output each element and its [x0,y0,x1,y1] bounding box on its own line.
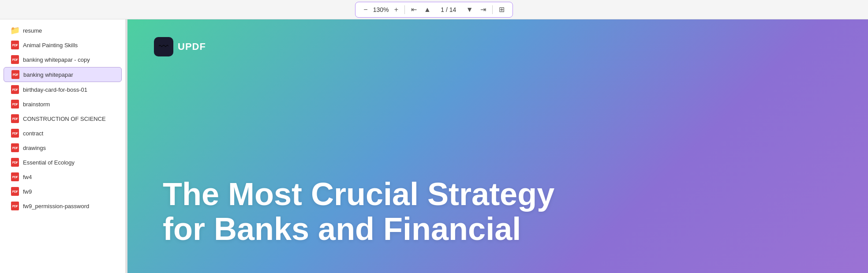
sidebar-item-ecology[interactable]: PDFEssential of Ecology [4,155,122,169]
sidebar-item-fw9[interactable]: PDFfw9 [4,184,122,198]
updf-logo-icon: 〰 [154,37,173,56]
zoom-value: 130% [372,6,390,13]
first-page-button[interactable]: ⇤ [408,4,419,15]
sidebar-item-label: fw9_permission-password [23,203,89,209]
zoom-in-button[interactable]: + [392,5,401,15]
pdf-icon: PDF [11,187,19,196]
folder-icon: 📁 [11,26,19,35]
pdf-icon: PDF [11,100,19,108]
pdf-icon: PDF [11,70,20,79]
pdf-title-line1: The Most Crucial Strategy [163,177,560,212]
pdf-icon: PDF [11,114,19,123]
sidebar-item-label: banking whitepapar [23,71,73,78]
next-page-button[interactable]: ▼ [464,5,476,15]
pdf-icon: PDF [11,129,19,138]
sidebar-item-banking[interactable]: PDFbanking whitepapar [4,67,122,82]
sidebar-item-fw9-permission[interactable]: PDFfw9_permission-password [4,199,122,213]
sidebar-item-brainstorm[interactable]: PDFbrainstorm [4,97,122,111]
toolbar-divider-2 [492,5,493,14]
main-area: 📁resumePDFAnimal Painting SkillsPDFbanki… [0,19,868,273]
sidebar-item-animal-painting[interactable]: PDFAnimal Painting Skills [4,38,122,52]
sidebar-item-label: resume [23,27,42,34]
sidebar-item-label: CONSTRUCTION OF SCIENCE [23,116,106,122]
pdf-icon: PDF [11,202,19,210]
sidebar-item-drawings[interactable]: PDFdrawings [4,141,122,155]
sidebar-item-fw4[interactable]: PDFfw4 [4,170,122,184]
pdf-page: 〰 UPDF The Most Crucial Strategy for Ban… [127,19,868,273]
pdf-title-line2: for Banks and Financial [163,212,560,247]
sidebar-item-label: Animal Painting Skills [23,42,78,49]
sidebar-item-contract[interactable]: PDFcontract [4,126,122,140]
pdf-main-title: The Most Crucial Strategy for Banks and … [163,177,560,247]
toolbar-controls: − 130% + ⇤ ▲ 1 / 14 ▼ ⇥ ⊞ [355,2,513,18]
updf-logo-text: UPDF [178,41,206,52]
view-options-button[interactable]: ⊞ [496,4,507,15]
pdf-icon: PDF [11,55,19,64]
sidebar-item-label: fw9 [23,188,32,195]
total-pages: 14 [449,6,456,13]
page-separator: / [446,6,448,13]
sidebar-item-label: contract [23,130,43,137]
sidebar-item-label: Essential of Ecology [23,159,75,166]
pdf-icon: PDF [11,158,19,167]
sidebar-item-birthday-card[interactable]: PDFbirthday-card-for-boss-01 [4,82,122,97]
sidebar-item-label: brainstorm [23,101,50,108]
sidebar: 📁resumePDFAnimal Painting SkillsPDFbanki… [0,19,126,273]
last-page-button[interactable]: ⇥ [478,4,489,15]
sidebar-item-label: birthday-card-for-boss-01 [23,86,87,93]
pdf-icon: PDF [11,85,19,94]
page-info: 1 / 14 [435,6,462,13]
updf-logo: 〰 UPDF [154,37,206,56]
sidebar-item-banking-copy[interactable]: PDFbanking whitepapar - copy [4,52,122,67]
pdf-viewer: 〰 UPDF The Most Crucial Strategy for Ban… [127,19,868,273]
pdf-icon: PDF [11,143,19,152]
toolbar: − 130% + ⇤ ▲ 1 / 14 ▼ ⇥ ⊞ [0,0,868,19]
updf-waves-icon: 〰 [159,41,168,52]
sidebar-item-label: banking whitepapar - copy [23,56,90,63]
toolbar-divider-1 [404,5,405,14]
prev-page-button[interactable]: ▲ [421,5,434,15]
zoom-out-button[interactable]: − [361,5,370,15]
current-page: 1 [441,6,444,13]
pdf-icon: PDF [11,172,19,181]
sidebar-item-label: fw4 [23,174,32,180]
sidebar-item-construction[interactable]: PDFCONSTRUCTION OF SCIENCE [4,112,122,126]
sidebar-item-resume[interactable]: 📁resume [4,23,122,37]
sidebar-item-label: drawings [23,145,46,151]
pdf-icon: PDF [11,41,19,49]
